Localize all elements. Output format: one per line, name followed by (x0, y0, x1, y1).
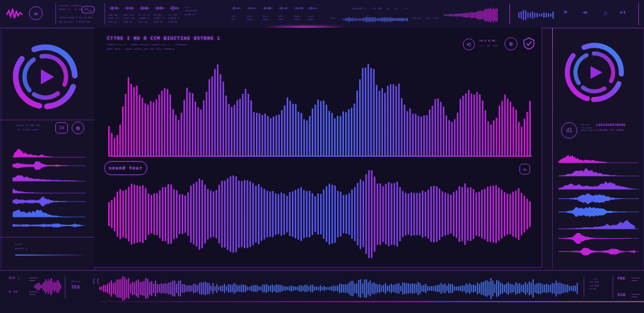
check-icon (526, 42, 531, 45)
divider (55, 3, 56, 25)
divider (552, 28, 553, 270)
divider (584, 277, 584, 297)
divider (638, 3, 639, 25)
footer-mid-label-2: 3ED (71, 285, 80, 290)
divider (1, 30, 2, 267)
right-play-button[interactable] (560, 38, 629, 107)
clip-label: 0g0s0dor (294, 15, 301, 22)
strip-ratio: + 96/96 (410, 17, 421, 20)
footer-burst-wave[interactable] (34, 275, 62, 299)
main-editor-panel: CTTNG I NU O CCM BIUCTIAG DSTONG 1 n0a0r… (94, 28, 542, 268)
sample-row-wave[interactable] (558, 154, 639, 164)
divider (509, 4, 510, 24)
sample-row-wave[interactable] (558, 167, 639, 178)
tv-badge-button[interactable]: 1V (55, 122, 68, 134)
verified-shield-button[interactable] (522, 37, 536, 50)
footer-fne-label: FNE (618, 276, 625, 280)
topbar-mini-strip-wave[interactable] (343, 15, 408, 24)
preset-doodle-icon[interactable] (80, 4, 96, 14)
preset-meta: 6m l6af0n gnwnabaf twarm (581, 123, 595, 132)
clip-wave-icon[interactable] (294, 6, 304, 11)
right-sidebar: d1 6m l6af0n gnwnabaf twarm L0EJUGENCBAN… (542, 28, 644, 270)
sample-row-wave[interactable] (13, 185, 86, 195)
timeline-waveform[interactable] (99, 275, 579, 302)
divider (65, 276, 65, 299)
footer-label-n2d: N2D | (9, 276, 20, 280)
strip-bpm: bp1 tl0e (426, 17, 439, 20)
waveform-baseline (108, 156, 532, 157)
sample-row-wave[interactable] (558, 246, 639, 257)
sample-row-wave[interactable] (13, 161, 86, 171)
clip-wave-icon[interactable] (170, 5, 180, 11)
clip-label: 99?0oh? (279, 15, 285, 22)
divider (0, 237, 94, 237)
footer-label-2: b0n87b a (15, 248, 28, 251)
target-button[interactable]: ⊕ (504, 37, 518, 50)
sample-row-wave[interactable] (13, 220, 86, 230)
group-note: 5 asanaanangva0 a7 (185, 6, 197, 16)
clip-label: rgth0dor (308, 15, 314, 22)
refresh-button[interactable]: ⟲ (463, 38, 475, 50)
sample-row-wave[interactable] (13, 149, 86, 159)
target-icon: ⊕ (509, 40, 513, 47)
footer-stat-stack: ..11e40 000+0 0000 00 (590, 278, 599, 291)
main-waveform-bottom[interactable] (108, 168, 532, 261)
marker-icon[interactable]: ▶▮ (620, 10, 626, 15)
left-play-button[interactable] (8, 39, 83, 115)
divider (631, 297, 638, 297)
infinity-icon: ∞ (34, 10, 38, 17)
globe-button[interactable]: ⊕ (72, 122, 84, 134)
session-info-line-1: sdjua0 csnapeuc (59, 4, 82, 8)
clip-label: +9?sb: (231, 15, 236, 22)
clip-label: s2 tbcsd82b m2n0 a2 (169, 14, 179, 24)
sample-row-wave[interactable] (13, 173, 86, 183)
library-header-line-1: seuns 17 50u a5L (16, 124, 41, 127)
meter-tilde: ~ (332, 7, 334, 11)
main-waveform-top[interactable] (108, 55, 532, 156)
session-info-line-4: y0.42+0.b 7.07+0.50 (59, 21, 90, 24)
clip-wave-icon[interactable] (125, 5, 135, 11)
clip-wave-icon[interactable] (140, 5, 150, 11)
clip-wave-icon[interactable] (263, 6, 273, 11)
timeline-progress-line (99, 301, 644, 302)
audio-workstation-app: ∞ sdjua0 csnapeuc 60e37 1: at a7 c0nanna… (0, 0, 644, 313)
left-sidebar: seuns 17 50u a5L aL 5ra2n ana28 1V ⊕ sdn… (0, 28, 95, 270)
clip-wave-icon[interactable] (155, 5, 165, 11)
d1-badge-button[interactable]: d1 (561, 122, 577, 139)
clip-label: sd1 6v3sa17 wm-2n0 42 (123, 14, 136, 24)
sample-row-wave[interactable] (558, 207, 639, 217)
flag-icon[interactable]: ⚑ (564, 9, 567, 16)
clip-label: s5 0g-mx867 w2n0 42 (153, 14, 164, 24)
clip-wave-icon[interactable] (279, 6, 289, 11)
timeline-footer: N2D | N 9W J0-d d. 3ED (( ..11e40 000+0 … (0, 270, 644, 313)
infinity-loop-button[interactable]: ∞ (29, 6, 43, 20)
sample-row-wave[interactable] (558, 220, 639, 230)
clip-wave-icon[interactable] (109, 5, 119, 11)
sample-row-wave[interactable] (558, 193, 639, 204)
progress-line[interactable] (15, 254, 83, 256)
sample-row-wave[interactable] (558, 233, 639, 244)
topbar-burst-wave[interactable] (444, 6, 498, 24)
clip-wave-icon[interactable] (231, 6, 242, 11)
library-header-line-2: aL 5ra2n ana28 (18, 128, 39, 132)
refresh-icon: ⟲ (467, 42, 472, 48)
preset-title-1: L0EJUGENCBAND (596, 123, 626, 127)
clip-label: sd8 0g-sa81 mv-2n0 a2 (108, 14, 121, 24)
preset-title-2: SCRCBV TO LEAD (596, 128, 624, 132)
stat-readout-2: ~2 /.00 .085 (479, 45, 497, 48)
topbar-blue-wave[interactable] (518, 8, 555, 22)
session-info-line-3: c0nannanbe 0.01-nd 0ee (59, 16, 93, 20)
sample-row-wave[interactable] (558, 180, 639, 191)
eject-icon[interactable]: △ (604, 9, 608, 16)
rewind-icon[interactable]: ◀◀ (582, 10, 586, 15)
clip-wave-icon[interactable] (247, 6, 257, 11)
clip-wave-icon[interactable] (308, 6, 318, 11)
topbar: ∞ sdjua0 csnapeuc 60e37 1: at a7 c0nanna… (0, 0, 644, 28)
tv-badge-label: 1V (59, 125, 64, 130)
meter-readout: m0oo02 + ~ 45 00 m ss ~s~ (352, 7, 409, 11)
sample-row-wave[interactable] (13, 208, 86, 219)
clip-label: 0t0:0dbc (247, 15, 253, 22)
sample-row-wave[interactable] (13, 196, 86, 207)
divider (631, 294, 640, 295)
strip-prefix: ~obv: (330, 17, 337, 20)
